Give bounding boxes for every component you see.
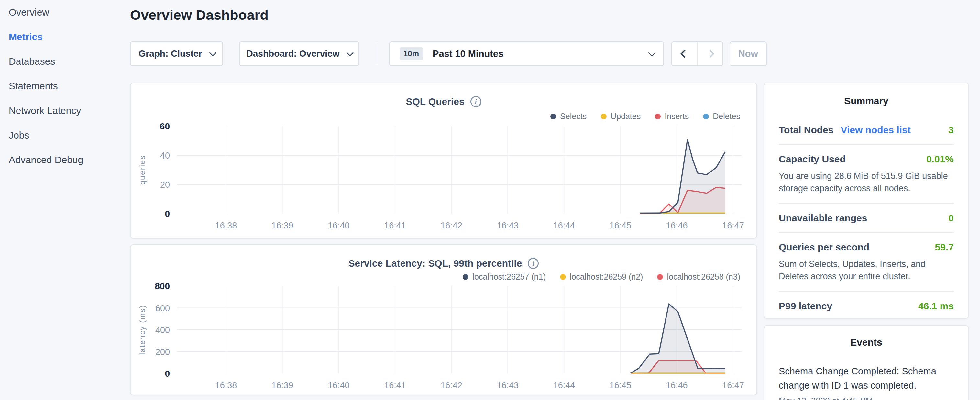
svg-text:16:46: 16:46 bbox=[666, 221, 688, 230]
summary-row-label: Queries per second bbox=[779, 242, 869, 253]
svg-text:16:38: 16:38 bbox=[215, 221, 237, 230]
sql-queries-plot[interactable]: 16:3816:3916:4016:4116:4216:4316:4416:45… bbox=[131, 83, 758, 239]
time-back-button[interactable] bbox=[672, 42, 697, 65]
svg-text:40: 40 bbox=[160, 151, 170, 161]
summary-row-value: 0 bbox=[948, 213, 954, 224]
app-root: OverviewMetricsDatabasesStatementsNetwor… bbox=[0, 0, 980, 400]
svg-text:16:39: 16:39 bbox=[272, 221, 293, 230]
svg-text:16:46: 16:46 bbox=[666, 381, 688, 390]
time-forward-button[interactable] bbox=[697, 42, 722, 65]
svg-text:queries: queries bbox=[138, 155, 146, 185]
time-range-label: Past 10 Minutes bbox=[433, 49, 639, 59]
summary-row-link[interactable]: View nodes list bbox=[840, 124, 910, 135]
chevron-right-icon bbox=[706, 49, 714, 57]
chevron-down-icon bbox=[209, 49, 216, 57]
svg-text:200: 200 bbox=[155, 347, 170, 357]
svg-text:800: 800 bbox=[155, 281, 170, 291]
graph-dropdown-label: Graph: Cluster bbox=[138, 49, 202, 59]
svg-text:600: 600 bbox=[155, 304, 170, 313]
svg-text:16:44: 16:44 bbox=[553, 381, 575, 390]
svg-text:20: 20 bbox=[160, 180, 170, 190]
dashboard-dropdown[interactable]: Dashboard: Overview bbox=[239, 41, 359, 66]
svg-text:16:45: 16:45 bbox=[609, 221, 632, 230]
summary-row-value: 0.01% bbox=[926, 154, 954, 165]
time-step-buttons bbox=[671, 41, 723, 66]
dashboard-dropdown-label: Dashboard: Overview bbox=[247, 49, 340, 59]
summary-row: Queries per second59.7Sum of Selects, Up… bbox=[779, 242, 954, 292]
svg-text:60: 60 bbox=[160, 121, 170, 131]
summary-row: Capacity Used0.01%You are using 28.6 MiB… bbox=[779, 154, 954, 204]
summary-row-label: Capacity Used bbox=[779, 154, 846, 165]
summary-panel: Summary Total NodesView nodes list3Capac… bbox=[764, 83, 969, 319]
sql-queries-chart-card: SQL Queries i SelectsUpdatesInsertsDelet… bbox=[130, 83, 757, 239]
summary-row-label: P99 latency bbox=[779, 301, 832, 312]
service-latency-chart-card: Service Latency: SQL, 99th percentile i … bbox=[130, 244, 757, 395]
event-message: Schema Change Completed: Schema change w… bbox=[779, 364, 954, 392]
svg-text:16:40: 16:40 bbox=[328, 221, 350, 230]
summary-rows: Total NodesView nodes list3Capacity Used… bbox=[779, 124, 954, 320]
sidebar-item-metrics[interactable]: Metrics bbox=[9, 25, 125, 49]
svg-text:16:43: 16:43 bbox=[497, 221, 519, 230]
svg-text:400: 400 bbox=[155, 325, 170, 335]
time-range-select[interactable]: 10m Past 10 Minutes bbox=[389, 41, 664, 66]
service-latency-plot[interactable]: 16:3816:3916:4016:4116:4216:4316:4416:45… bbox=[131, 245, 758, 396]
summary-row-value: 3 bbox=[948, 124, 954, 135]
sidebar-nav: OverviewMetricsDatabasesStatementsNetwor… bbox=[9, 0, 125, 172]
events-panel: Events Schema Change Completed: Schema c… bbox=[764, 325, 969, 400]
svg-text:16:47: 16:47 bbox=[722, 381, 744, 390]
chevron-down-icon bbox=[648, 49, 656, 57]
sidebar-item-advanced-debug[interactable]: Advanced Debug bbox=[9, 148, 125, 172]
toolbar-divider bbox=[377, 43, 377, 64]
summary-row: Unavailable ranges0 bbox=[779, 213, 954, 233]
sidebar-item-jobs[interactable]: Jobs bbox=[9, 123, 125, 148]
summary-row-description: Sum of Selects, Updates, Inserts, and De… bbox=[779, 258, 954, 282]
summary-row: Total NodesView nodes list3 bbox=[779, 124, 954, 145]
summary-row-description: You are using 28.6 MiB of 515.9 GiB usab… bbox=[779, 170, 954, 194]
page-title: Overview Dashboard bbox=[130, 7, 269, 23]
svg-text:0: 0 bbox=[165, 209, 170, 219]
sidebar-item-statements[interactable]: Statements bbox=[9, 74, 125, 98]
chevron-down-icon bbox=[347, 49, 354, 57]
svg-text:16:42: 16:42 bbox=[440, 221, 462, 230]
svg-text:latency (ms): latency (ms) bbox=[138, 305, 146, 355]
sidebar-item-network-latency[interactable]: Network Latency bbox=[9, 98, 125, 123]
svg-text:16:41: 16:41 bbox=[384, 221, 406, 230]
svg-text:16:45: 16:45 bbox=[609, 381, 632, 390]
svg-text:16:38: 16:38 bbox=[215, 381, 237, 390]
graph-dropdown[interactable]: Graph: Cluster bbox=[130, 41, 223, 66]
summary-row-label: Unavailable ranges bbox=[779, 213, 867, 224]
svg-text:16:40: 16:40 bbox=[328, 381, 350, 390]
time-range-badge: 10m bbox=[399, 47, 423, 60]
sidebar-item-overview[interactable]: Overview bbox=[9, 0, 125, 25]
summary-row-value: 59.7 bbox=[935, 242, 954, 253]
summary-row: P99 latency46.1 ms bbox=[779, 301, 954, 320]
svg-text:16:47: 16:47 bbox=[722, 221, 744, 230]
sidebar-item-databases[interactable]: Databases bbox=[9, 49, 125, 74]
chevron-left-icon bbox=[680, 49, 689, 57]
now-button[interactable]: Now bbox=[730, 41, 767, 66]
svg-text:0: 0 bbox=[165, 369, 170, 379]
svg-text:16:42: 16:42 bbox=[440, 381, 462, 390]
svg-text:16:44: 16:44 bbox=[553, 221, 575, 230]
event-timestamp: May 13, 2020 at 4:45 PM bbox=[779, 396, 954, 400]
summary-row-label: Total Nodes bbox=[779, 124, 834, 135]
svg-text:16:41: 16:41 bbox=[384, 381, 406, 390]
events-title: Events bbox=[779, 337, 954, 348]
svg-text:16:39: 16:39 bbox=[272, 381, 293, 390]
summary-title: Summary bbox=[779, 96, 954, 107]
svg-text:16:43: 16:43 bbox=[497, 381, 519, 390]
summary-row-value: 46.1 ms bbox=[918, 301, 954, 312]
events-list: Schema Change Completed: Schema change w… bbox=[779, 364, 954, 400]
